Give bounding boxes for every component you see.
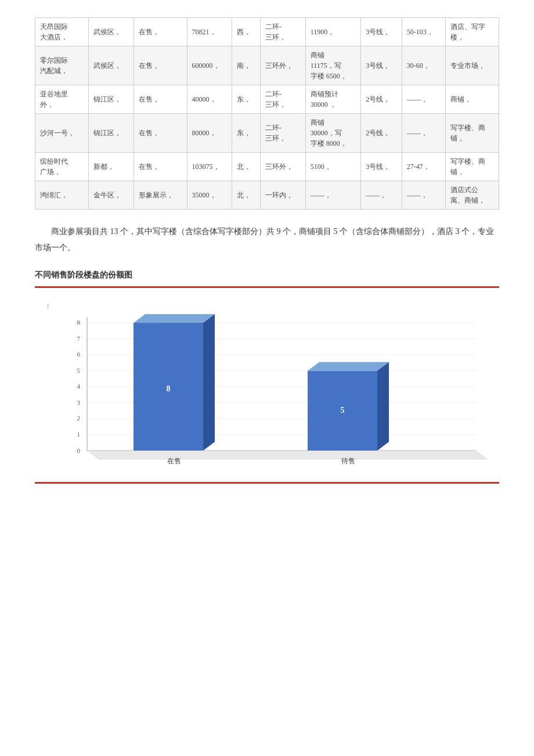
svg-text:1: 1	[77, 431, 81, 438]
svg-text:8: 8	[167, 384, 171, 393]
cell-area: 35000，	[187, 181, 232, 210]
cell-status: 在售，	[134, 18, 187, 46]
cell-district: 武侯区，	[88, 18, 134, 46]
summary-paragraph: 商业参展项目共 13 个，其中写字楼（含综合体写字楼部分）共 9 个，商铺项目 …	[35, 224, 499, 256]
cell-name: 天昂国际大酒店，	[35, 18, 89, 46]
cell-name: 亚谷地里外，	[35, 85, 89, 114]
cell-price: ——，	[402, 181, 445, 210]
table-row: 鸿绵汇， 金牛区， 形象展示， 35000， 北， 一环内， ——， ——， —…	[35, 181, 499, 210]
svg-text:待售: 待售	[341, 457, 355, 465]
cell-ring: 二环-三环，	[261, 18, 306, 46]
cell-area: 600000，	[187, 46, 232, 85]
cell-name: 鸿绵汇，	[35, 181, 89, 210]
cell-commercial: 商铺11175，写字楼 6500，	[305, 46, 361, 85]
cell-direction: 北，	[232, 181, 261, 210]
cell-metro: 2号线，	[361, 114, 402, 153]
cell-name: 缤纷时代广场，	[35, 153, 89, 181]
cell-district: 金牛区，	[88, 181, 134, 210]
cell-metro: ——，	[361, 181, 402, 210]
cell-district: 锦江区，	[88, 85, 134, 114]
svg-text:8: 8	[77, 319, 81, 326]
svg-text:2: 2	[77, 415, 81, 422]
cell-commercial: 商铺预计30000 ，	[305, 85, 361, 114]
cell-price: 27-47，	[402, 153, 445, 181]
cell-price: ——，	[402, 85, 445, 114]
chart-title: 不同销售阶段楼盘的份额图	[35, 270, 499, 280]
svg-text:3: 3	[77, 399, 81, 406]
cell-metro: 2号线，	[361, 85, 402, 114]
cell-direction: 东，	[232, 85, 261, 114]
cell-ring: 三环外，	[261, 153, 306, 181]
svg-marker-27	[377, 362, 389, 451]
svg-text:6: 6	[77, 351, 81, 358]
cell-metro: 3号线，	[361, 153, 402, 181]
svg-text:5: 5	[77, 367, 81, 374]
chart-container: ↑ 0 1 2 3 4 5 6 7 8	[35, 286, 499, 484]
cell-commercial: ——，	[305, 181, 361, 210]
cell-name: 零尔国际汽配城，	[35, 46, 89, 85]
table-row: 沙河一号， 锦江区， 在售， 80000， 东， 二环-三环， 商铺30000，…	[35, 114, 499, 153]
cell-direction: 北，	[232, 153, 261, 181]
table-row: 亚谷地里外， 锦江区， 在售， 40000， 东， 二环-三环， 商铺预计300…	[35, 85, 499, 114]
cell-status: 在售，	[134, 85, 187, 114]
cell-area: 80000，	[187, 114, 232, 153]
table-row: 天昂国际大酒店， 武侯区， 在售， 70821， 西， 二环-三环， 11900…	[35, 18, 499, 46]
chart-inner: ↑ 0 1 2 3 4 5 6 7 8	[41, 300, 493, 474]
cell-status: 在售，	[134, 46, 187, 85]
cell-type: 商铺，	[445, 85, 499, 114]
svg-marker-26	[308, 362, 389, 371]
cell-area: 70821，	[187, 18, 232, 46]
cell-metro: 3号线，	[361, 18, 402, 46]
cell-type: 专业市场，	[445, 46, 499, 85]
cell-ring: 二环-三环，	[261, 114, 306, 153]
cell-type: 酒店、写字楼，	[445, 18, 499, 46]
cell-district: 锦江区，	[88, 114, 134, 153]
chart-svg: 0 1 2 3 4 5 6 7 8 8 在售	[58, 305, 511, 474]
cell-status: 在售，	[134, 153, 187, 181]
cell-commercial: 5100，	[305, 153, 361, 181]
cell-status: 形象展示，	[134, 181, 187, 210]
cell-direction: 西，	[232, 18, 261, 46]
cell-ring: 三环外，	[261, 46, 306, 85]
cell-area: 103075，	[187, 153, 232, 181]
svg-text:7: 7	[77, 335, 81, 342]
cell-direction: 南，	[232, 46, 261, 85]
cell-price: 30-60，	[402, 46, 445, 85]
y-axis-label: ↑	[46, 303, 50, 309]
cell-type: 酒店式公寓、商铺，	[445, 181, 499, 210]
cell-price: ——，	[402, 114, 445, 153]
svg-text:5: 5	[341, 406, 345, 415]
svg-text:在售: 在售	[167, 457, 181, 465]
cell-district: 武侯区，	[88, 46, 134, 85]
cell-status: 在售，	[134, 114, 187, 153]
cell-commercial: 11900，	[305, 18, 361, 46]
cell-metro: 3号线，	[361, 46, 402, 85]
cell-direction: 东，	[232, 114, 261, 153]
cell-type: 写字楼、商铺，	[445, 153, 499, 181]
cell-ring: 一环内，	[261, 181, 306, 210]
cell-district: 新都，	[88, 153, 134, 181]
svg-text:0: 0	[77, 447, 81, 454]
svg-marker-22	[203, 314, 215, 451]
data-table: 天昂国际大酒店， 武侯区， 在售， 70821， 西， 二环-三环， 11900…	[35, 17, 499, 210]
table-row: 零尔国际汽配城， 武侯区， 在售， 600000， 南， 三环外， 商铺1117…	[35, 46, 499, 85]
svg-marker-21	[134, 314, 215, 323]
cell-commercial: 商铺30000，写字楼 8000，	[305, 114, 361, 153]
svg-text:4: 4	[77, 383, 81, 390]
cell-name: 沙河一号，	[35, 114, 89, 153]
cell-ring: 二环-三环，	[261, 85, 306, 114]
svg-marker-19	[87, 451, 488, 459]
cell-price: 50-103，	[402, 18, 445, 46]
cell-area: 40000，	[187, 85, 232, 114]
cell-type: 写字楼、商铺，	[445, 114, 499, 153]
property-table: 天昂国际大酒店， 武侯区， 在售， 70821， 西， 二环-三环， 11900…	[35, 17, 499, 210]
table-row: 缤纷时代广场， 新都， 在售， 103075， 北， 三环外， 5100， 3号…	[35, 153, 499, 181]
